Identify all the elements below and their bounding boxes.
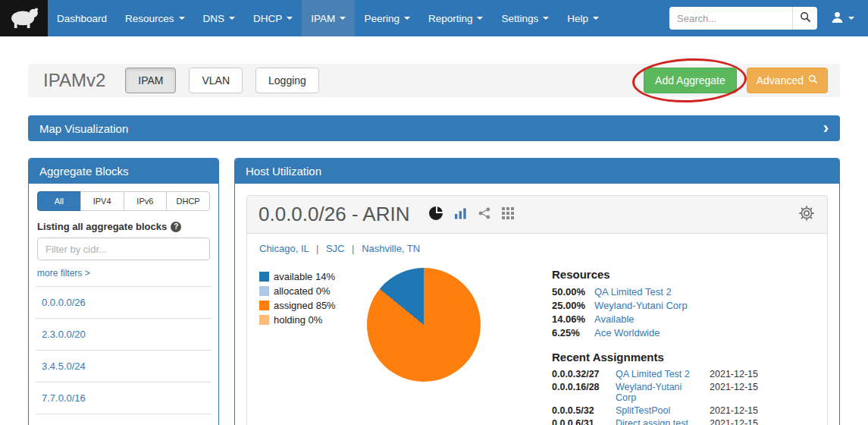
user-icon — [831, 11, 844, 27]
list-item[interactable]: 3.4.5.0/24 — [36, 350, 212, 382]
list-item-partial[interactable] — [36, 414, 212, 425]
nav-label: Reporting — [428, 13, 473, 24]
map-visualization-bar[interactable]: Map Visualization › — [28, 115, 840, 141]
chevron-down-icon — [340, 17, 346, 20]
legend-swatch — [259, 301, 269, 310]
assignment-date: 2021-12-15 — [710, 369, 758, 379]
resource-row: 50.00%QA Limited Test 2 — [552, 286, 758, 298]
assignment-date: 2021-12-15 — [710, 405, 758, 416]
grid-view-button[interactable] — [502, 207, 514, 222]
resource-link[interactable]: QA Limited Test 2 — [594, 286, 672, 298]
content-columns: Aggregate Blocks All IPV4 IPv6 DHCP List… — [28, 158, 840, 425]
user-menu[interactable] — [817, 11, 860, 27]
block-link[interactable]: 7.7.0.0/16 — [42, 392, 86, 404]
nav-item-resources[interactable]: Resources — [116, 0, 194, 36]
pie-view-button[interactable] — [429, 206, 443, 222]
nav-label: Settings — [501, 13, 538, 24]
search-input[interactable] — [669, 7, 792, 30]
tab-vlan[interactable]: VLAN — [189, 68, 243, 93]
chevron-down-icon — [477, 17, 483, 20]
nav-item-dhcp[interactable]: DHCP — [244, 0, 302, 36]
bar-view-button[interactable] — [454, 207, 467, 222]
listing-label-row: Listing all aggregate blocks ? — [37, 221, 210, 232]
legend-swatch — [259, 315, 269, 325]
nav-label: DNS — [203, 13, 225, 24]
list-item[interactable]: 0.0.0.0/26 — [36, 286, 212, 318]
assignment-row: 0.0.0.6/31Direct assign test2021-12-15 — [552, 418, 758, 425]
resource-link[interactable]: Ace Worldwide — [594, 327, 660, 338]
nav-item-peering[interactable]: Peering — [355, 0, 419, 36]
block-detail-card: 0.0.0.0/26 - ARIN Chicago, IL | SJC — [246, 195, 828, 425]
nav-label: DHCP — [253, 13, 282, 24]
assignment-cidr: 0.0.0.6/31 — [552, 418, 616, 425]
nav-item-ipam[interactable]: IPAM — [302, 0, 355, 36]
nav-item-dashboard[interactable]: Dashboard — [48, 0, 116, 36]
utilization-content: available 14% allocated 0% assigned 85% … — [247, 254, 827, 425]
help-icon[interactable]: ? — [171, 222, 181, 232]
assignment-cidr: 0.0.0.16/28 — [552, 382, 616, 392]
filter-tab-ipv4[interactable]: IPV4 — [80, 191, 124, 211]
assignment-link[interactable]: Weyland-Yutani Corp — [616, 382, 703, 403]
advanced-label: Advanced — [757, 74, 804, 87]
resource-percent: 25.00% — [552, 300, 594, 311]
global-search — [669, 7, 817, 30]
resources-title: Resources — [552, 268, 758, 281]
chevron-right-icon[interactable]: › — [823, 120, 829, 137]
nav-item-reporting[interactable]: Reporting — [419, 0, 493, 36]
main-nav: Dashboard Resources DNS DHCP IPAM Peerin… — [48, 0, 608, 36]
list-item[interactable]: 7.7.0.0/16 — [36, 382, 212, 414]
resource-link[interactable]: Weyland-Yutani Corp — [594, 300, 688, 311]
breadcrumb-link[interactable]: Nashville, TN — [362, 243, 420, 254]
chevron-down-icon — [593, 17, 599, 20]
chevron-down-icon — [179, 17, 185, 20]
filter-tab-ipv6[interactable]: IPv6 — [124, 191, 168, 211]
nav-item-help[interactable]: Help — [558, 0, 608, 36]
nav-label: IPAM — [311, 13, 335, 24]
nav-label: Dashboard — [57, 13, 107, 24]
nav-item-dns[interactable]: DNS — [194, 0, 245, 36]
search-button[interactable] — [792, 7, 817, 30]
assignment-cidr: 0.0.0.5/32 — [552, 405, 616, 416]
header-actions: Add Aggregate Advanced — [644, 68, 828, 93]
add-aggregate-button[interactable]: Add Aggregate — [644, 68, 737, 93]
breadcrumb-link[interactable]: SJC — [326, 243, 345, 254]
advanced-button[interactable]: Advanced — [747, 68, 828, 93]
chevron-down-icon — [404, 17, 410, 20]
breadcrumb-separator: | — [352, 243, 354, 254]
share-button[interactable] — [478, 207, 490, 222]
stats-column: Resources 50.00%QA Limited Test 2 25.00%… — [552, 268, 758, 425]
tab-logging[interactable]: Logging — [255, 68, 319, 93]
filter-tab-dhcp[interactable]: DHCP — [166, 191, 210, 211]
logo-bear-icon — [7, 5, 42, 32]
resource-link[interactable]: Available — [594, 313, 635, 325]
more-filters-link[interactable]: more filters > — [37, 268, 90, 279]
breadcrumb-link[interactable]: Chicago, IL — [259, 243, 309, 254]
cidr-filter-input[interactable] — [37, 238, 210, 260]
chevron-down-icon — [543, 17, 549, 20]
block-detail-header: 0.0.0.0/26 - ARIN — [247, 196, 827, 234]
aggregate-block-list: 0.0.0.0/26 2.3.0.0/20 3.4.5.0/24 7.7.0.0… — [36, 286, 212, 425]
legend-label: allocated 0% — [274, 285, 330, 297]
aggregate-blocks-body: All IPV4 IPv6 DHCP Listing all aggregate… — [29, 184, 218, 425]
assignment-link[interactable]: SplitTestPool — [616, 405, 703, 416]
recent-assignments: Recent Assignments 0.0.0.32/27QA Limited… — [552, 351, 758, 425]
legend-label: holding 0% — [274, 314, 322, 326]
block-link[interactable]: 2.3.0.0/20 — [42, 329, 86, 340]
block-link[interactable]: 3.4.5.0/24 — [42, 360, 86, 372]
tab-ipam[interactable]: IPAM — [125, 68, 176, 93]
breadcrumb: Chicago, IL | SJC | Nashville, TN — [247, 234, 827, 254]
filter-tab-all[interactable]: All — [37, 191, 81, 211]
settings-gear-button[interactable] — [797, 204, 816, 225]
app-logo[interactable] — [0, 0, 48, 36]
breadcrumb-separator: | — [316, 243, 318, 254]
assignment-link[interactable]: Direct assign test — [616, 418, 703, 425]
block-title: 0.0.0.0/26 - ARIN — [259, 203, 409, 226]
assignment-link[interactable]: QA Limited Test 2 — [616, 369, 703, 379]
nav-label: Resources — [125, 13, 174, 24]
legend-item: holding 0% — [259, 314, 367, 326]
list-item[interactable]: 2.3.0.0/20 — [36, 318, 212, 350]
resource-percent: 6.25% — [552, 327, 594, 338]
block-link[interactable]: 0.0.0.0/26 — [42, 297, 86, 308]
nav-item-settings[interactable]: Settings — [492, 0, 558, 36]
page-header: IPAMv2 IPAM VLAN Logging Add Aggregate A… — [28, 64, 840, 97]
